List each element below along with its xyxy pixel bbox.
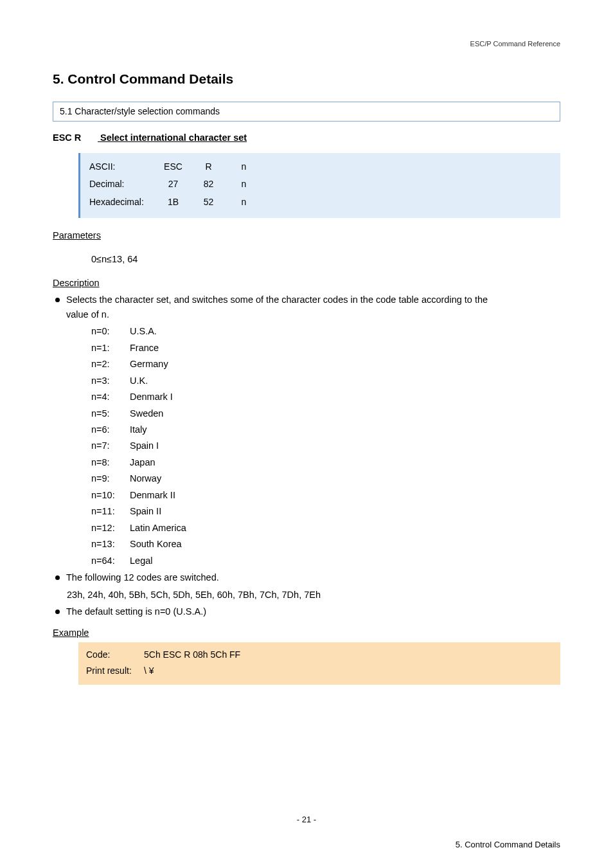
- code-cell: 27: [160, 176, 195, 194]
- command-name: ESC R: [53, 131, 98, 145]
- charset-value: Legal: [130, 554, 152, 568]
- code-values-box: ASCII: ESC R n Decimal: 27 82 n Hexadeci…: [78, 153, 560, 218]
- list-item: n=2:Germany: [91, 357, 560, 371]
- charset-key: n=12:: [91, 521, 130, 535]
- command-title: Select international character set: [100, 132, 247, 143]
- charset-key: n=64:: [91, 554, 130, 568]
- bullet-icon: [55, 610, 60, 614]
- charset-value: Spain II: [130, 504, 161, 518]
- charset-key: n=6:: [91, 422, 130, 437]
- bullet-text: The default setting is n=0 (U.S.A.): [66, 604, 560, 619]
- table-row: Decimal: 27 82 n: [89, 176, 266, 194]
- charset-key: n=2:: [91, 357, 130, 371]
- charset-value: U.S.A.: [130, 324, 157, 338]
- page-header-right: ESC/P Command Reference: [53, 39, 560, 50]
- list-item: n=13:South Korea: [91, 537, 560, 551]
- list-item: n=11:Spain II: [91, 504, 560, 518]
- charset-value: Italy: [130, 422, 147, 437]
- code-label-ascii: ASCII:: [89, 158, 160, 176]
- charset-list: n=0:U.S.A. n=1:France n=2:Germany n=3:U.…: [91, 324, 560, 568]
- bullet-text-line2: value of n.: [66, 309, 109, 320]
- charset-value: Sweden: [130, 406, 163, 420]
- bullet-icon: [55, 298, 60, 302]
- charset-key: n=1:: [91, 341, 130, 355]
- description-bullet-1: Selects the character set, and switches …: [53, 293, 560, 321]
- list-item: n=10:Denmark II: [91, 488, 560, 502]
- list-item: n=4:Denmark I: [91, 390, 560, 404]
- charset-key: n=10:: [91, 488, 130, 502]
- code-cell: 52: [195, 194, 231, 212]
- code-values-table: ASCII: ESC R n Decimal: 27 82 n Hexadeci…: [89, 158, 266, 212]
- code-cell: n: [231, 176, 266, 194]
- list-item: n=6:Italy: [91, 422, 560, 437]
- parameters-value: 0≤n≤13, 64: [91, 252, 560, 266]
- list-item: n=0:U.S.A.: [91, 324, 560, 338]
- charset-value: France: [130, 341, 159, 355]
- page-number: - 21 -: [53, 813, 560, 826]
- bullet-text-line1: Selects the character set, and switches …: [66, 294, 488, 305]
- switched-codes: 23h, 24h, 40h, 5Bh, 5Ch, 5Dh, 5Eh, 60h, …: [67, 588, 560, 602]
- code-label-decimal: Decimal:: [89, 176, 160, 194]
- list-item: n=64:Legal: [91, 554, 560, 568]
- table-row: Hexadecimal: 1B 52 n: [89, 194, 266, 212]
- charset-value: Denmark II: [130, 488, 175, 502]
- example-box: Code: 5Ch ESC R 08h 5Ch FF Print result:…: [78, 642, 560, 685]
- charset-value: Latin America: [130, 521, 186, 535]
- charset-key: n=7:: [91, 439, 130, 453]
- code-cell: 1B: [160, 194, 195, 212]
- list-item: n=9:Norway: [91, 471, 560, 485]
- charset-value: U.K.: [130, 374, 148, 388]
- section-header-bar: 5.1 Character/style selection commands: [53, 102, 560, 122]
- charset-key: n=5:: [91, 406, 130, 420]
- charset-value: South Korea: [130, 537, 182, 551]
- charset-value: Spain I: [130, 439, 159, 453]
- charset-value: Denmark I: [130, 390, 173, 404]
- bullet-text: Selects the character set, and switches …: [66, 293, 560, 321]
- description-bullet-2: The following 12 codes are switched.: [53, 570, 560, 584]
- list-item: n=12:Latin America: [91, 521, 560, 535]
- parameters-heading: Parameters: [53, 228, 560, 242]
- list-item: n=8:Japan: [91, 455, 560, 469]
- table-row: ASCII: ESC R n: [89, 158, 266, 176]
- example-code-value: 5Ch ESC R 08h 5Ch FF: [144, 648, 240, 662]
- page-title: 5. Control Command Details: [53, 69, 560, 90]
- code-cell: n: [231, 194, 266, 212]
- code-cell: n: [231, 158, 266, 176]
- charset-key: n=4:: [91, 390, 130, 404]
- command-heading: ESC R Select international character set: [53, 131, 560, 145]
- list-item: n=3:U.K.: [91, 374, 560, 388]
- example-print-row: Print result: \ ¥: [86, 664, 553, 678]
- code-cell: 82: [195, 176, 231, 194]
- description-bullet-3: The default setting is n=0 (U.S.A.): [53, 604, 560, 619]
- description-heading: Description: [53, 276, 560, 290]
- list-item: n=1:France: [91, 341, 560, 355]
- charset-key: n=11:: [91, 504, 130, 518]
- code-label-hex: Hexadecimal:: [89, 194, 160, 212]
- charset-value: Japan: [130, 455, 155, 469]
- charset-key: n=13:: [91, 537, 130, 551]
- example-code-label: Code:: [86, 648, 144, 662]
- charset-key: n=3:: [91, 374, 130, 388]
- charset-key: n=8:: [91, 455, 130, 469]
- example-heading: Example: [53, 626, 560, 640]
- charset-key: n=9:: [91, 471, 130, 485]
- charset-key: n=0:: [91, 324, 130, 338]
- code-cell: ESC: [160, 158, 195, 176]
- bullet-text: The following 12 codes are switched.: [66, 570, 560, 584]
- page-footer-right: 5. Control Command Details: [53, 838, 560, 851]
- bullet-icon: [55, 575, 60, 580]
- charset-value: Norway: [130, 471, 161, 485]
- example-print-value: \ ¥: [144, 664, 154, 678]
- charset-value: Germany: [130, 357, 168, 371]
- example-code-row: Code: 5Ch ESC R 08h 5Ch FF: [86, 648, 553, 662]
- code-cell: R: [195, 158, 231, 176]
- list-item: n=7:Spain I: [91, 439, 560, 453]
- example-print-label: Print result:: [86, 664, 144, 678]
- list-item: n=5:Sweden: [91, 406, 560, 420]
